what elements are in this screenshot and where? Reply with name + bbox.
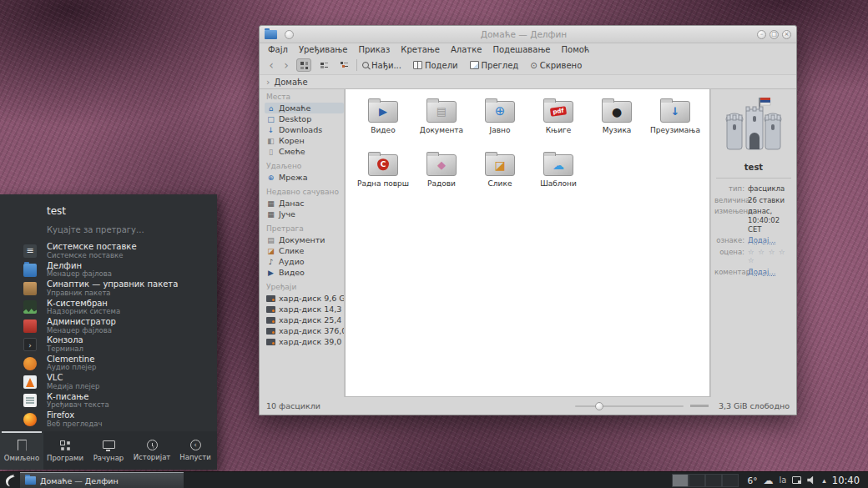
launcher-item-systemsettings[interactable]: ≡ Системске поставкеСистемске поставке [0,242,217,260]
system-tray: 6° ☁ la ▴ 10:40 [747,475,863,486]
device-notifier-icon[interactable] [792,476,801,484]
digital-clock[interactable]: 10:40 [832,475,860,486]
folder-pictures[interactable]: ◪Слике [471,151,529,204]
desktop-2[interactable] [689,474,705,487]
breadcrumb[interactable]: › Домаће [260,74,796,89]
app-desc: Аудио плејер [47,364,96,371]
sidebar-item-documents[interactable]: ▤Документи [265,234,344,245]
sidebar-item-network[interactable]: ⊕Мрежа [265,172,344,183]
menu-help[interactable]: Помоћ [562,45,590,54]
minimize-button[interactable]: – [757,30,766,39]
launcher-item-firefox[interactable]: FirefoxВеб прегледач [0,410,217,429]
launcher-button[interactable] [0,472,20,488]
launcher-item-vlc[interactable]: VLCМедија плејер [0,373,217,391]
tab-leave[interactable]: ‹Напусти [174,431,217,470]
tab-history[interactable]: Историјат [130,431,174,470]
folder-music[interactable]: ●Музика [588,98,646,151]
sidebar-item-root[interactable]: ◧Корен [265,135,344,146]
find-button[interactable]: Нађи... [362,61,401,70]
menu-view[interactable]: Приказ [358,45,390,54]
back-button[interactable]: ‹ [266,59,276,71]
tab-computer[interactable]: Рачунар [87,431,130,470]
sidebar-item-disk5[interactable]: хард-диск 39,0 GiB [265,336,344,347]
menu-edit[interactable]: Уређивање [299,45,348,54]
rating-stars[interactable]: ☆ ☆ ☆ ☆ ☆ [748,248,793,265]
desktop-4[interactable] [722,474,739,487]
admin-folder-icon [23,319,37,333]
weather-temperature[interactable]: 6° [747,475,757,485]
sidebar-item-audio[interactable]: ♪Аудио [265,256,344,267]
system-monitor-icon [23,300,37,314]
search-header: Претрага [266,224,344,233]
menu-settings[interactable]: Подешавање [492,45,550,54]
folder-public[interactable]: ⊕Јавно [471,98,529,151]
menu-file[interactable]: Фајл [268,45,288,54]
folder-icon: pdf [543,101,573,123]
launcher-item-admin[interactable]: АдминистраторМенаџер фајлова [0,317,217,335]
app-desc: Системске поставке [47,252,137,259]
launcher-item-dolphin[interactable]: ДелфинМенаџер фајлова [0,260,217,279]
sidebar-item-home[interactable]: ⌂Домаће [265,103,344,113]
zoom-slider[interactable] [575,401,684,411]
icons-view-button[interactable] [296,58,311,72]
folder-downloads[interactable]: ↓Преузимања [646,98,704,151]
folder-templates[interactable]: ☁Шаблони [529,151,588,204]
sidebar-item-desktop[interactable]: □Desktop [265,113,344,124]
download-icon: ↓ [266,126,275,134]
sidebar-item-disk3[interactable]: хард-диск 25,4 GiB [265,314,344,325]
harddisk-icon [266,317,275,324]
keyboard-layout-indicator[interactable]: la [779,475,786,485]
compact-view-button[interactable] [316,58,331,72]
folder-books[interactable]: pdfКњиге [529,98,588,151]
search-input[interactable]: Куцајте за претрагу... [0,217,217,234]
tab-favorites[interactable]: Омиљено [0,431,43,470]
launcher-item-konsole[interactable]: › КонзолаТерминал [0,335,217,354]
titlebar[interactable]: Домаће — Делфин – □ × [260,26,796,43]
volume-icon[interactable] [807,476,816,485]
app-desc: Менаџер фајлова [47,327,116,335]
sidebar-item-video[interactable]: ▶Видео [265,267,344,278]
launcher-item-kwrite[interactable]: К-писањеУређивач текста [0,391,217,410]
folder-documents[interactable]: ▤Документа [412,98,471,151]
launcher-item-clementine[interactable]: ClementineАудио плејер [0,354,217,372]
maximize-button[interactable]: □ [770,30,779,39]
monitor-icon [102,440,115,451]
sidebar-item-today[interactable]: ▦Данас [265,198,344,209]
close-button[interactable]: × [782,30,791,39]
app-desc: Веб прегледач [47,420,102,428]
sidebar-item-disk1[interactable]: хард-диск 9,6 GiB [265,293,344,304]
virtual-desktop-pager[interactable] [672,474,739,487]
folder-video[interactable]: ▶Видео [354,98,412,151]
sidebar-item-disk4[interactable]: хард-диск 376,0 GiB [265,325,344,336]
add-comment-link[interactable]: Додај... [748,268,793,277]
split-button[interactable]: Подели [413,61,458,70]
breadcrumb-home[interactable]: Домаће [274,78,307,87]
sidebar-item-trash[interactable]: ▯Смеће [265,146,344,157]
launcher-item-synaptic[interactable]: Синаптик — управник пакетаУправник пакет… [0,279,217,298]
window-menu-button[interactable] [285,30,294,39]
slider-knob[interactable] [595,402,603,410]
sidebar-item-disk2[interactable]: хард-диск 14,3 GiB [265,304,344,314]
preview-button[interactable]: Преглед [470,61,519,70]
menu-tools[interactable]: Алатке [451,45,482,54]
sidebar-item-downloads[interactable]: ↓Downloads [265,124,344,135]
weather-cloud-icon[interactable]: ☁ [763,475,773,486]
sidebar-item-yesterday[interactable]: ▦Јуче [265,209,344,219]
desktop-3[interactable] [705,474,722,487]
sidebar-item-images[interactable]: ◪Слике [265,245,344,256]
forward-button[interactable]: › [281,59,291,71]
info-row-tags: ознаке:Додај... [714,236,793,245]
tray-expand-icon[interactable]: ▴ [822,476,826,485]
tab-applications[interactable]: Програми [43,431,87,470]
add-tags-link[interactable]: Додај... [748,236,793,245]
desktop-1[interactable] [672,474,689,487]
task-button-dolphin[interactable]: Домаће — Делфин [20,472,184,488]
menu-go[interactable]: Кретање [401,45,440,54]
toolbar: ‹ › Нађи... Подели Преглед ⊙ Скривено [260,56,796,74]
folder-desktop[interactable]: CРадна површ [354,151,412,204]
details-view-button[interactable] [336,58,351,72]
folder-works[interactable]: ◆Радови [412,151,471,204]
folder-view[interactable]: ▶Видео ▤Документа ⊕Јавно pdfКњиге ●Музик… [345,89,710,397]
hidden-toggle-button[interactable]: ⊙ Скривено [530,61,582,70]
launcher-item-ksysguard[interactable]: К-систембранНадзорник система [0,298,217,316]
